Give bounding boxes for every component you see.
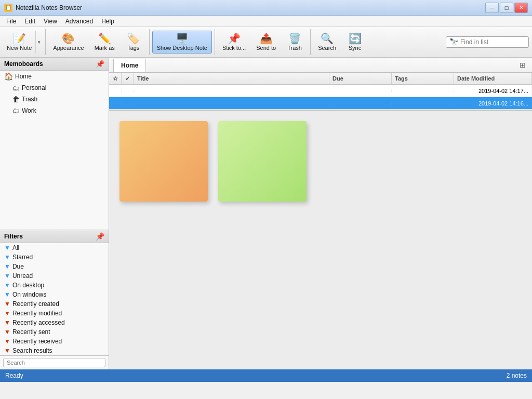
row1-due — [329, 89, 392, 92]
new-note-icon: 📝 — [13, 33, 26, 44]
row1-tags — [392, 89, 454, 92]
menu-advanced[interactable]: Advanced — [61, 17, 97, 26]
send-to-button[interactable]: 📤 Send to — [251, 31, 281, 54]
menu-help[interactable]: Help — [97, 17, 118, 26]
filter-all-icon: ▼ — [4, 244, 10, 251]
filter-recently-accessed[interactable]: ▼ Recently accessed — [0, 318, 109, 327]
row1-date: 2019-04-02 14:17... — [454, 86, 532, 96]
sticky-note-orange[interactable] — [119, 121, 208, 202]
col-star[interactable]: ☆ — [109, 73, 122, 84]
filter-recently-sent-label: Recently sent — [12, 328, 50, 336]
show-desktop-button[interactable]: 🖥️ Show Desktop Note — [152, 31, 212, 54]
find-in-list-input[interactable] — [460, 38, 528, 46]
mark-as-label: Mark as — [95, 45, 115, 51]
sync-button[interactable]: 🔄 Sync — [342, 31, 368, 54]
menu-view[interactable]: View — [39, 17, 61, 26]
filter-due[interactable]: ▼ Due — [0, 262, 109, 271]
maximize-button[interactable]: □ — [500, 3, 513, 13]
filter-on-windows-icon: ▼ — [4, 291, 10, 298]
tree-item-home[interactable]: 🏠 Home — [0, 71, 109, 82]
find-in-list-container: 🔭 — [446, 36, 529, 48]
appearance-icon: 🎨 — [62, 33, 75, 44]
table-row[interactable]: 2019-04-02 14:17... — [109, 85, 532, 97]
filter-recently-received[interactable]: ▼ Recently received — [0, 337, 109, 346]
filter-on-desktop[interactable]: ▼ On desktop — [0, 281, 109, 290]
tags-button[interactable]: 🏷️ Tags — [121, 31, 147, 54]
filter-on-windows[interactable]: ▼ On windows — [0, 290, 109, 299]
mark-as-button[interactable]: ✏️ Mark as — [90, 31, 119, 54]
row2-title — [134, 102, 329, 105]
memoboards-pin-icon[interactable]: 📌 — [96, 60, 104, 68]
col-title[interactable]: Title — [134, 73, 329, 84]
status-bar: Ready 2 notes — [0, 369, 532, 382]
filter-unread[interactable]: ▼ Unread — [0, 271, 109, 281]
tree-item-personal[interactable]: 🗂 Personal — [0, 82, 109, 94]
window-title: Notezilla Notes Browser — [16, 4, 485, 11]
filter-starred-icon: ▼ — [4, 254, 10, 261]
filter-search-results-icon: ▼ — [4, 347, 10, 354]
filter-recently-received-label: Recently received — [12, 338, 62, 345]
filter-all[interactable]: ▼ All — [0, 243, 109, 252]
filter-on-desktop-label: On desktop — [12, 282, 44, 289]
col-check[interactable]: ✓ — [122, 73, 134, 84]
filter-unread-icon: ▼ — [4, 272, 10, 280]
sync-label: Sync — [349, 45, 361, 51]
filter-search-results[interactable]: ▼ Search results — [0, 346, 109, 355]
menu-edit[interactable]: Edit — [20, 17, 39, 26]
col-date-modified[interactable]: Date Modified — [454, 73, 532, 84]
new-note-dropdown-arrow[interactable]: ▼ — [35, 31, 43, 54]
search-icon: 🔍 — [321, 33, 334, 44]
table-row-selected[interactable]: 2019-04-02 14:16... — [109, 97, 532, 110]
row2-due — [329, 102, 392, 105]
tree-item-work[interactable]: 🗂 Work — [0, 105, 109, 116]
close-button[interactable]: ✕ — [514, 3, 528, 13]
filter-due-label: Due — [12, 263, 24, 270]
filter-recently-created-icon: ▼ — [4, 300, 10, 308]
toolbar-sep-2 — [149, 29, 150, 55]
trash-tree-icon: 🗑 — [12, 95, 20, 103]
search-label: Search — [318, 45, 336, 51]
filter-recently-modified[interactable]: ▼ Recently modified — [0, 309, 109, 318]
row1-title — [134, 89, 329, 92]
title-bar: 📋 Notezilla Notes Browser ─ □ ✕ — [0, 0, 532, 16]
sidebar-search — [0, 355, 109, 369]
memoboards-section: Memoboards 📌 🏠 Home 🗂 Personal 🗑 Trash 🗂… — [0, 58, 109, 230]
tree-item-trash[interactable]: 🗑 Trash — [0, 94, 109, 105]
sync-icon: 🔄 — [349, 33, 362, 44]
sidebar-search-input[interactable] — [3, 358, 105, 367]
row2-tags — [392, 102, 454, 105]
appearance-button[interactable]: 🎨 Appearance — [48, 31, 88, 54]
col-tags[interactable]: Tags — [392, 73, 454, 84]
filter-starred[interactable]: ▼ Starred — [0, 252, 109, 262]
filters-title: Filters — [4, 233, 23, 240]
app-icon: 📋 — [4, 4, 12, 12]
tab-home[interactable]: Home — [113, 59, 146, 72]
stick-to-label: Stick to... — [222, 45, 246, 51]
filter-recently-created[interactable]: ▼ Recently created — [0, 299, 109, 309]
stick-to-button[interactable]: 📌 Stick to... — [218, 31, 250, 54]
work-icon: 🗂 — [12, 107, 20, 115]
filters-header: Filters 📌 — [0, 230, 109, 243]
menu-file[interactable]: File — [2, 17, 20, 26]
content-tab-bar: Home ⊞ — [109, 58, 532, 73]
trash-icon: 🗑️ — [288, 33, 301, 44]
trash-button[interactable]: 🗑️ Trash — [282, 31, 308, 54]
toolbar-sep-1 — [45, 29, 46, 55]
tab-view-toggle[interactable]: ⊞ — [517, 60, 528, 70]
filter-recently-received-icon: ▼ — [4, 338, 10, 345]
minimize-button[interactable]: ─ — [485, 3, 499, 13]
filter-on-windows-label: On windows — [12, 291, 46, 298]
filters-pin-icon[interactable]: 📌 — [96, 232, 104, 241]
new-note-label: New Note — [7, 45, 32, 51]
row2-star — [109, 102, 122, 105]
tree-item-trash-label: Trash — [22, 96, 37, 103]
appearance-label: Appearance — [53, 45, 84, 51]
col-due[interactable]: Due — [329, 73, 392, 84]
filter-recently-sent[interactable]: ▼ Recently sent — [0, 327, 109, 337]
tree-item-home-label: Home — [15, 73, 32, 80]
toolbar-sep-4 — [310, 29, 311, 55]
search-button[interactable]: 🔍 Search — [313, 31, 341, 54]
sticky-note-green[interactable] — [218, 121, 307, 202]
filter-search-results-label: Search results — [12, 347, 52, 354]
new-note-button[interactable]: 📝 New Note — [3, 31, 35, 54]
